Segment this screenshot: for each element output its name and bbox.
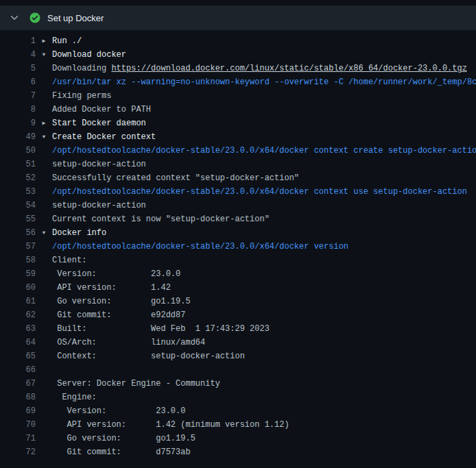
log-line: 60 API version: 1.42 <box>0 281 476 295</box>
line-number[interactable]: 53 <box>0 185 36 199</box>
log-line: 66 <box>0 363 476 377</box>
line-number[interactable]: 72 <box>0 445 36 459</box>
line-number[interactable]: 56 <box>0 226 36 240</box>
line-number[interactable]: 7 <box>0 89 36 103</box>
gutter-spacer <box>36 144 52 158</box>
log-line: 62 Git commit: e92dd87 <box>0 308 476 322</box>
line-number[interactable]: 6 <box>0 75 36 89</box>
command-text: /opt/hostedtoolcache/docker-stable/23.0.… <box>52 185 467 199</box>
log-line: 50/opt/hostedtoolcache/docker-stable/23.… <box>0 144 476 158</box>
log-line: 65 Context: setup-docker-action <box>0 349 476 363</box>
log-line: 57/opt/hostedtoolcache/docker-stable/23.… <box>0 240 476 254</box>
check-circle-icon <box>29 12 40 23</box>
line-number[interactable]: 59 <box>0 267 36 281</box>
gutter-spacer <box>36 377 52 391</box>
line-text: OS/Arch: linux/amd64 <box>52 336 205 349</box>
log-line: 52Successfully created context "setup-do… <box>0 171 476 185</box>
log-group-line[interactable]: 9▶Start Docker daemon <box>0 116 476 130</box>
gutter-spacer <box>36 103 52 116</box>
line-number[interactable]: 51 <box>0 158 36 171</box>
line-number[interactable]: 64 <box>0 336 36 349</box>
gutter-spacer <box>36 75 52 89</box>
gutter-spacer <box>36 295 52 308</box>
line-text: Go version: go1.19.5 <box>52 432 195 445</box>
gutter-spacer <box>36 281 52 295</box>
line-text: Git commit: d7573ab <box>52 445 191 459</box>
gutter-spacer <box>36 199 52 212</box>
line-number[interactable]: 67 <box>0 377 36 391</box>
line-number[interactable]: 69 <box>0 404 36 418</box>
log-line: 71 Go version: go1.19.5 <box>0 432 476 445</box>
line-number[interactable]: 66 <box>0 363 36 377</box>
line-number[interactable]: 5 <box>0 62 36 75</box>
line-text: Built: Wed Feb 1 17:43:29 2023 <box>52 322 270 336</box>
line-text: Engine: <box>52 391 97 404</box>
log-line: 53/opt/hostedtoolcache/docker-stable/23.… <box>0 185 476 199</box>
gutter-spacer <box>36 240 52 254</box>
line-number[interactable]: 62 <box>0 308 36 322</box>
line-text: Create Docker context <box>52 130 156 144</box>
group-collapsed-icon[interactable]: ▶ <box>36 34 52 48</box>
line-number[interactable]: 50 <box>0 144 36 158</box>
line-number[interactable]: 70 <box>0 418 36 432</box>
line-number[interactable]: 71 <box>0 432 36 445</box>
line-text: Context: setup-docker-action <box>52 349 245 363</box>
line-text: setup-docker-action <box>52 158 146 171</box>
group-expanded-icon[interactable]: ▼ <box>36 226 52 240</box>
line-text: Client: <box>52 254 86 267</box>
log-line: 51setup-docker-action <box>0 158 476 171</box>
line-text: Fixing perms <box>52 89 111 103</box>
log-link[interactable]: https://download.docker.com/linux/static… <box>111 64 466 73</box>
log-group-line[interactable]: 49▼Create Docker context <box>0 130 476 144</box>
line-number[interactable]: 63 <box>0 322 36 336</box>
line-number[interactable]: 55 <box>0 212 36 226</box>
log-line: 55Current context is now "setup-docker-a… <box>0 212 476 226</box>
log-line: 6/usr/bin/tar xz --warning=no-unknown-ke… <box>0 75 476 89</box>
gutter-spacer <box>36 404 52 418</box>
line-text: Server: Docker Engine - Community <box>52 377 220 391</box>
log-line: 8Added Docker to PATH <box>0 103 476 116</box>
log-group-line[interactable]: 4▼Download docker <box>0 48 476 62</box>
line-text: Git commit: e92dd87 <box>52 308 185 322</box>
line-text: setup-docker-action <box>52 199 146 212</box>
line-number[interactable]: 8 <box>0 103 36 116</box>
group-expanded-icon[interactable]: ▼ <box>36 48 52 62</box>
line-number[interactable]: 61 <box>0 295 36 308</box>
line-text: Start Docker daemon <box>52 116 146 130</box>
command-text: /opt/hostedtoolcache/docker-stable/23.0.… <box>52 240 348 254</box>
chevron-down-icon[interactable] <box>10 13 19 23</box>
gutter-spacer <box>36 171 52 185</box>
line-text: Downloading https://download.docker.com/… <box>52 62 467 75</box>
line-number[interactable]: 49 <box>0 130 36 144</box>
line-number[interactable]: 1 <box>0 34 36 48</box>
gutter-spacer <box>36 432 52 445</box>
line-number[interactable]: 57 <box>0 240 36 254</box>
log-line: 72 Git commit: d7573ab <box>0 445 476 459</box>
step-header[interactable]: Set up Docker <box>0 5 476 30</box>
log-line: 58Client: <box>0 254 476 267</box>
line-number[interactable]: 52 <box>0 171 36 185</box>
line-number[interactable]: 68 <box>0 391 36 404</box>
line-text: Added Docker to PATH <box>52 103 151 116</box>
line-number[interactable]: 54 <box>0 199 36 212</box>
gutter-spacer <box>36 89 52 103</box>
log-group-line[interactable]: 1▶Run ./ <box>0 34 476 48</box>
gutter-spacer <box>36 62 52 75</box>
line-text: Run ./ <box>52 34 82 48</box>
line-text: Current context is now "setup-docker-act… <box>52 212 270 226</box>
group-expanded-icon[interactable]: ▼ <box>36 130 52 144</box>
line-text: Download docker <box>52 48 126 62</box>
log-line: 68 Engine: <box>0 391 476 404</box>
log-group-line[interactable]: 56▼Docker info <box>0 226 476 240</box>
group-collapsed-icon[interactable]: ▶ <box>36 116 52 130</box>
gutter-spacer <box>36 158 52 171</box>
gutter-spacer <box>36 308 52 322</box>
gutter-spacer <box>36 363 52 377</box>
line-number[interactable]: 65 <box>0 349 36 363</box>
line-number[interactable]: 60 <box>0 281 36 295</box>
log-line: 61 Go version: go1.19.5 <box>0 295 476 308</box>
line-number[interactable]: 9 <box>0 116 36 130</box>
line-text: Successfully created context "setup-dock… <box>52 171 299 185</box>
line-number[interactable]: 4 <box>0 48 36 62</box>
line-number[interactable]: 58 <box>0 254 36 267</box>
